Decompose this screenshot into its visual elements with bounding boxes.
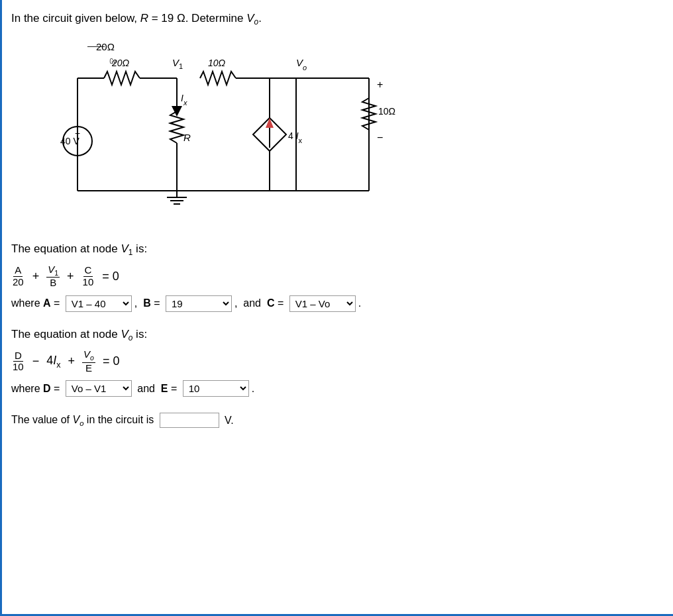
frac-C-denom: 10 bbox=[81, 277, 95, 288]
svg-text:10Ω: 10Ω bbox=[378, 106, 395, 117]
node-vo-section: The equation at node Vo is: D 10 − 4Ix +… bbox=[11, 328, 657, 397]
svg-text:4 Ix: 4 Ix bbox=[288, 130, 303, 144]
svg-text:+: + bbox=[75, 128, 80, 138]
svg-text:−: − bbox=[377, 132, 383, 143]
frac-D-numer: D bbox=[13, 350, 23, 362]
frac-V1-B: V1 B bbox=[46, 264, 60, 289]
plus-2: + bbox=[64, 270, 78, 283]
end-period-2: . bbox=[252, 383, 254, 395]
frac-D-10: D 10 bbox=[11, 350, 25, 373]
frac-Vo-denom: E bbox=[84, 363, 93, 374]
node-v1-equation: A 20 + V1 B + C 10 = 0 bbox=[11, 264, 657, 289]
frac-C-10: C 10 bbox=[81, 265, 95, 287]
node-vo-title: The equation at node Vo is: bbox=[11, 328, 657, 342]
where-label-vo: where D = bbox=[11, 383, 63, 395]
frac-V1-numer: V1 bbox=[46, 264, 60, 278]
vo-value-input[interactable] bbox=[160, 413, 219, 428]
frac-Vo-numer: Vo bbox=[82, 349, 95, 363]
and-E-label: and E = bbox=[134, 383, 180, 395]
node-v1-title: The equation at node V1 is: bbox=[11, 242, 657, 257]
final-prefix: The value of Vo in the circuit is bbox=[11, 414, 157, 427]
node-vo-equation: D 10 − 4Ix + Vo E = 0 bbox=[11, 349, 657, 374]
svg-text:——: —— bbox=[87, 41, 105, 51]
svg-text:10Ω: 10Ω bbox=[208, 58, 226, 68]
where-line-vo: where D = Vo – V1 V1 – Vo Vo + V1 Vo and… bbox=[11, 380, 657, 397]
frac-A-denom: 20 bbox=[11, 277, 25, 288]
node-v1-section: The equation at node V1 is: A 20 + V1 B … bbox=[11, 242, 657, 311]
end-period-1: . bbox=[358, 297, 361, 309]
circuit-diagram: 20Ω —— 20Ω ㏉ V 1 10Ω Vo 40 V + bbox=[51, 38, 657, 224]
svg-text:㏉: ㏉ bbox=[109, 57, 117, 65]
final-unit: V. bbox=[222, 415, 234, 427]
circuit-svg: 20Ω —— 20Ω ㏉ V 1 10Ω Vo 40 V + bbox=[51, 38, 395, 224]
final-line: The value of Vo in the circuit is V. bbox=[11, 413, 657, 428]
svg-text:Ix: Ix bbox=[181, 93, 187, 107]
frac-A-20: A 20 bbox=[11, 265, 25, 287]
plus-1: + bbox=[29, 270, 43, 283]
where-label-v1: where A = bbox=[11, 297, 63, 309]
comma-B: , B = bbox=[134, 297, 163, 309]
svg-text:+: + bbox=[377, 79, 383, 90]
select-B[interactable]: 19 10 20 R bbox=[166, 295, 232, 312]
frac-D-denom: 10 bbox=[11, 362, 25, 373]
select-A[interactable]: V1 – 40 V1 + 40 40 – V1 V1 bbox=[66, 295, 132, 312]
eq-zero-2: = 0 bbox=[99, 354, 120, 368]
frac-C-numer: C bbox=[83, 265, 93, 277]
and-C-label: , and C = bbox=[234, 297, 287, 309]
where-line-v1: where A = V1 – 40 V1 + 40 40 – V1 V1 , B… bbox=[11, 295, 657, 312]
final-section: The value of Vo in the circuit is V. bbox=[11, 413, 657, 428]
svg-text:Vo: Vo bbox=[296, 57, 307, 72]
svg-text:R: R bbox=[183, 132, 191, 143]
term-4Ix: 4Ix bbox=[46, 354, 64, 370]
select-E[interactable]: 10 19 20 R bbox=[183, 380, 249, 397]
select-D[interactable]: Vo – V1 V1 – Vo Vo + V1 Vo bbox=[66, 380, 132, 397]
intro-text: In the circuit given below, R = 19 Ω. De… bbox=[11, 12, 657, 26]
frac-Vo-E: Vo E bbox=[82, 349, 95, 374]
frac-V1-denom: B bbox=[48, 278, 58, 289]
eq-zero-1: = 0 bbox=[99, 270, 119, 283]
minus-sign: − bbox=[29, 354, 43, 368]
frac-A-numer: A bbox=[13, 265, 23, 277]
svg-text:1: 1 bbox=[179, 62, 183, 70]
plus-sign-vo: + bbox=[68, 354, 79, 368]
select-C[interactable]: V1 – Vo Vo – V1 V1 + Vo V1 bbox=[289, 295, 356, 312]
